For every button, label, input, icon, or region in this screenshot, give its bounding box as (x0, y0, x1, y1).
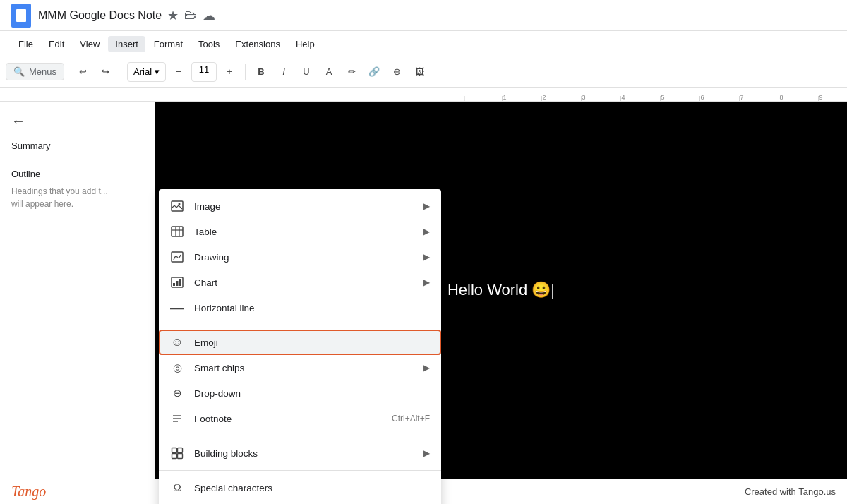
sidebar-outline-label: Outline (11, 169, 143, 179)
svg-rect-16 (172, 454, 177, 459)
smart-chips-label: Smart chips (194, 363, 244, 373)
horizontal-line-label: Horizontal line (194, 303, 255, 313)
sidebar-summary-label: Summary (11, 140, 143, 151)
table-menu-icon (170, 224, 184, 239)
ruler-mark: 1 (484, 94, 524, 101)
menu-item-drawing[interactable]: Drawing ▶ (159, 244, 441, 270)
menu-extensions[interactable]: Extensions (228, 36, 287, 52)
bookmark-icon[interactable]: ★ (167, 8, 179, 23)
document-title[interactable]: MMM Google Docs Note (38, 9, 162, 22)
menu-item-horizontal-line[interactable]: — Horizontal line (159, 295, 441, 320)
menu-view[interactable]: View (73, 36, 107, 52)
font-color-button[interactable]: A (319, 62, 339, 82)
ruler-mark: 8 (761, 94, 800, 101)
building-blocks-arrow: ▶ (424, 448, 430, 458)
doc-text-content: Hello World 😀| (447, 281, 555, 299)
footnote-menu-icon (170, 412, 184, 426)
menu-help[interactable]: Help (289, 36, 322, 52)
footnote-label: Footnote (194, 414, 232, 424)
font-size-box[interactable]: 11 (191, 62, 217, 82)
drawing-menu-icon (170, 250, 184, 264)
drawing-label: Drawing (194, 252, 229, 263)
horizontal-line-menu-icon: — (170, 301, 184, 315)
table-label: Table (194, 227, 217, 237)
toolbar: 🔍 Menus ↩ ↪ Arial ▾ − 11 + B I U A ✏ 🔗 ⊕… (0, 56, 847, 88)
image-button[interactable]: 🖼 (409, 62, 429, 82)
emoji-menu-icon: ☺ (170, 335, 184, 349)
ruler-mark: 2 (524, 94, 563, 101)
dropdown-menu-icon: ⊖ (170, 386, 184, 400)
font-family-label: Arial (133, 66, 152, 77)
italic-button[interactable]: I (274, 62, 294, 82)
highlight-button[interactable]: ✏ (342, 62, 361, 82)
menu-item-building-blocks[interactable]: Building blocks ▶ (159, 440, 441, 466)
menu-item-chart[interactable]: Chart ▶ (159, 270, 441, 295)
ruler-mark: 5 (642, 94, 682, 101)
font-dropdown-icon: ▾ (155, 66, 160, 77)
ruler-mark (445, 94, 484, 101)
undo-button[interactable]: ↩ (73, 62, 92, 82)
search-icon: 🔍 (13, 66, 25, 77)
font-size-plus[interactable]: + (220, 62, 239, 82)
comment-button[interactable]: ⊕ (387, 62, 407, 82)
menu-divider-2 (159, 436, 441, 436)
menu-item-equation[interactable]: πe Equation (159, 500, 441, 504)
menu-item-dropdown[interactable]: ⊖ Drop-down (159, 380, 441, 406)
tango-logo: Tango (11, 484, 46, 500)
ruler-mark: 3 (563, 94, 603, 101)
ruler: 1 2 3 4 5 6 7 8 9 (0, 88, 847, 102)
sidebar-back-button[interactable]: ← (11, 113, 143, 129)
svg-rect-9 (176, 281, 179, 286)
menu-item-table[interactable]: Table ▶ (159, 219, 441, 244)
image-arrow: ▶ (424, 201, 430, 211)
sidebar: ← Summary Outline Headings that you add … (0, 102, 155, 479)
cloud-icon[interactable]: ☁ (203, 8, 215, 23)
svg-rect-17 (178, 454, 183, 459)
title-icon-group: ★ 🗁 ☁ (167, 8, 215, 23)
menu-item-special-characters[interactable]: Ω Special characters (159, 475, 441, 500)
svg-rect-10 (179, 279, 181, 286)
menu-divider-3 (159, 470, 441, 471)
building-blocks-label: Building blocks (194, 448, 258, 459)
svg-point-1 (179, 203, 181, 205)
menu-format[interactable]: Format (147, 36, 190, 52)
svg-rect-8 (173, 283, 175, 286)
menu-tools[interactable]: Tools (191, 36, 227, 52)
menu-item-image[interactable]: Image ▶ (159, 193, 441, 219)
menu-edit[interactable]: Edit (42, 36, 71, 52)
main-area: ← Summary Outline Headings that you add … (0, 102, 847, 479)
ruler-mark: 7 (721, 94, 761, 101)
special-chars-menu-icon: Ω (170, 481, 184, 495)
font-family-selector[interactable]: Arial ▾ (127, 62, 166, 82)
search-menus[interactable]: 🔍 Menus (6, 63, 64, 80)
menu-insert[interactable]: Insert (108, 36, 145, 52)
created-with-text: Created with Tango.us (745, 486, 836, 497)
underline-button[interactable]: U (296, 62, 316, 82)
special-characters-label: Special characters (194, 483, 272, 493)
folder-icon[interactable]: 🗁 (184, 8, 197, 23)
ruler-mark: 4 (603, 94, 642, 101)
ruler-mark: 9 (800, 94, 840, 101)
document-text: Hello World 😀| (447, 281, 555, 299)
building-blocks-menu-icon (170, 446, 184, 460)
footnote-shortcut: Ctrl+Alt+F (392, 414, 430, 424)
title-bar: MMM Google Docs Note ★ 🗁 ☁ (0, 0, 847, 31)
bold-button[interactable]: B (251, 62, 271, 82)
svg-rect-2 (172, 227, 183, 236)
chart-menu-icon (170, 275, 184, 289)
image-menu-icon (170, 199, 184, 213)
toolbar-separator-2 (245, 64, 246, 80)
font-size-minus[interactable]: − (169, 62, 188, 82)
menu-item-emoji[interactable]: ☺ Emoji (159, 330, 441, 355)
svg-rect-14 (172, 448, 177, 453)
toolbar-separator-1 (121, 64, 121, 80)
menu-item-footnote[interactable]: Footnote Ctrl+Alt+F (159, 406, 441, 431)
menu-file[interactable]: File (11, 36, 40, 52)
chart-arrow: ▶ (424, 277, 430, 287)
ruler-mark: 6 (682, 94, 721, 101)
chart-label: Chart (194, 277, 217, 288)
table-arrow: ▶ (424, 227, 430, 236)
menu-item-smart-chips[interactable]: ◎ Smart chips ▶ (159, 355, 441, 380)
link-button[interactable]: 🔗 (364, 62, 384, 82)
redo-button[interactable]: ↪ (95, 62, 115, 82)
